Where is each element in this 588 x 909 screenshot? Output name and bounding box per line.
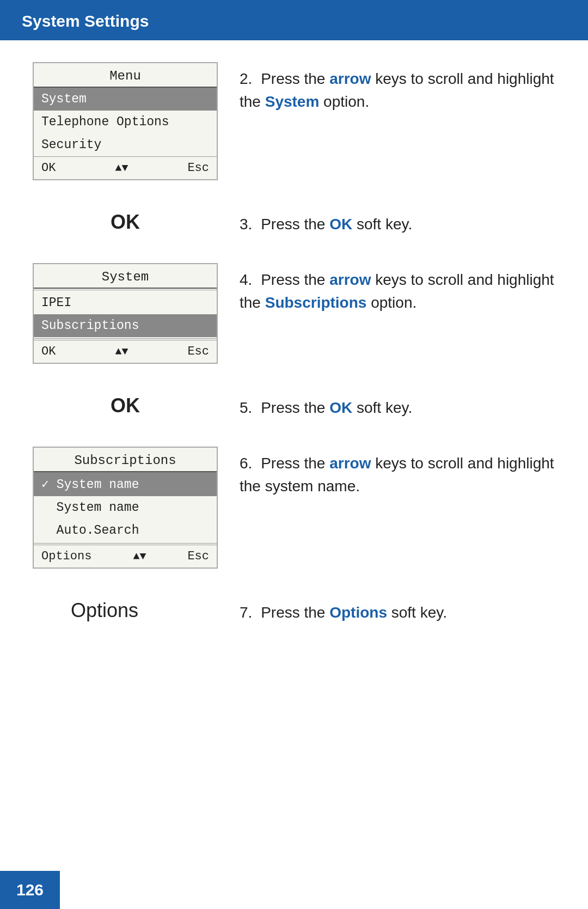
step7-number: 7. xyxy=(240,604,252,621)
screen3-item-checked: ✓ System name xyxy=(34,472,217,496)
step6-keyword1: arrow xyxy=(329,455,371,472)
step3-text-before: Press the xyxy=(261,216,329,233)
step6-number: 6. xyxy=(240,455,252,472)
step2-number: 2. xyxy=(240,70,252,87)
step5-instruction: 5. Press the OK soft key. xyxy=(240,391,555,419)
step2-text-before: Press the xyxy=(261,70,329,87)
step2-keyword1: arrow xyxy=(329,70,371,87)
step7-instruction: 7. Press the Options soft key. xyxy=(240,596,555,624)
step5-text-after: soft key. xyxy=(352,399,412,416)
screen2-arrow-icon: ▲▼ xyxy=(115,345,128,358)
screen1-footer-esc: Esc xyxy=(187,161,209,175)
screen1-footer-ok: OK xyxy=(41,161,56,175)
step3-text-after: soft key. xyxy=(352,216,412,233)
step4-number: 4. xyxy=(240,271,252,288)
step3-row: OK 3. Press the OK soft key. xyxy=(33,208,555,236)
screen1-footer: OK ▲▼ Esc xyxy=(34,156,217,179)
step7-text-after: soft key. xyxy=(387,604,447,621)
step4-row: System IPEI Subscriptions OK ▲▼ Esc 4. P… xyxy=(33,263,555,364)
step4-keyword1: arrow xyxy=(329,271,371,288)
step4-instruction: 4. Press the arrow keys to scroll and hi… xyxy=(240,263,555,314)
screen2-footer: OK ▲▼ Esc xyxy=(34,340,217,363)
screen2-item-ipei: IPEI xyxy=(34,291,217,314)
step5-keyword1: OK xyxy=(329,399,352,416)
screen2-title: System xyxy=(34,264,217,289)
screen2-divider-top xyxy=(34,290,217,290)
screen3-item-autosearch: Auto.Search xyxy=(34,519,217,542)
header-bar: System Settings xyxy=(0,0,588,40)
step6-instruction: 6. Press the arrow keys to scroll and hi… xyxy=(240,447,555,498)
step6-row: Subscriptions ✓ System name System name … xyxy=(33,447,555,569)
screen3-title: Subscriptions xyxy=(34,448,217,472)
screen1-item-system: System xyxy=(34,88,217,111)
step4-text-after: option. xyxy=(366,294,416,311)
phone-screen-1: Menu System Telephone Options Security O… xyxy=(33,62,218,180)
step2-text-after: option. xyxy=(319,93,369,110)
ok-label-1: OK xyxy=(33,208,218,234)
page-number: 126 xyxy=(16,881,44,899)
step3-number: 3. xyxy=(240,216,252,233)
screen3-divider xyxy=(34,543,217,544)
screen1-arrow-icon: ▲▼ xyxy=(115,162,128,174)
step3-instruction: 3. Press the OK soft key. xyxy=(240,208,555,236)
step3-keyword1: OK xyxy=(329,216,352,233)
screen3-footer: Options ▲▼ Esc xyxy=(34,545,217,568)
step5-number: 5. xyxy=(240,399,252,416)
ok-label-2: OK xyxy=(33,391,218,417)
header-title: System Settings xyxy=(22,12,149,30)
step4-text-before: Press the xyxy=(261,271,329,288)
screen3-arrow-icon: ▲▼ xyxy=(133,550,146,563)
screen2-footer-ok: OK xyxy=(41,345,56,358)
step5-text-before: Press the xyxy=(261,399,329,416)
options-label: Options xyxy=(33,596,218,622)
screen1-item-security: Security xyxy=(34,133,217,156)
screen3-footer-options: Options xyxy=(41,550,91,563)
page-footer: 126 xyxy=(0,871,60,909)
step2-row: Menu System Telephone Options Security O… xyxy=(33,62,555,180)
screen1-item-telephone: Telephone Options xyxy=(34,111,217,133)
phone-screen-3: Subscriptions ✓ System name System name … xyxy=(33,447,218,569)
phone-screen-2: System IPEI Subscriptions OK ▲▼ Esc xyxy=(33,263,218,364)
step5-row: OK 5. Press the OK soft key. xyxy=(33,391,555,419)
step2-keyword2: System xyxy=(265,93,320,110)
step7-row: Options 7. Press the Options soft key. xyxy=(33,596,555,624)
screen1-title: Menu xyxy=(34,63,217,88)
screen3-item-systemname: System name xyxy=(34,496,217,519)
step4-keyword2: Subscriptions xyxy=(265,294,367,311)
step6-text-before: Press the xyxy=(261,455,329,472)
screen3-footer-esc: Esc xyxy=(187,550,209,563)
step7-text-before: Press the xyxy=(261,604,329,621)
screen2-footer-esc: Esc xyxy=(187,345,209,358)
step7-keyword1: Options xyxy=(329,604,387,621)
step2-instruction: 2. Press the arrow keys to scroll and hi… xyxy=(240,62,555,113)
screen2-divider-bottom xyxy=(34,338,217,339)
screen2-item-subscriptions: Subscriptions xyxy=(34,314,217,337)
